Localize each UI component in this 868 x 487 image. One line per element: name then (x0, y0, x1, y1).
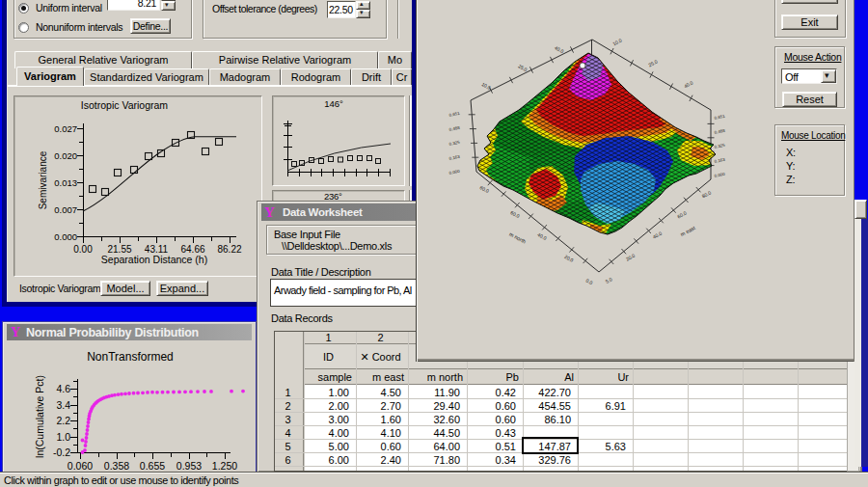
svg-text:0.488: 0.488 (714, 128, 726, 135)
svg-text:Isotropic Variogram: Isotropic Variogram (81, 99, 169, 111)
svg-text:NonTransformed: NonTransformed (87, 350, 174, 364)
svg-text:Separation Distance (h): Separation Distance (h) (101, 254, 207, 265)
svg-text:60.0: 60.0 (676, 210, 688, 220)
svg-text:0.00: 0.00 (73, 244, 93, 255)
svg-text:146°: 146° (324, 98, 343, 109)
svg-text:-0.2: -0.2 (53, 446, 70, 458)
svg-text:0.013: 0.013 (54, 177, 77, 188)
svg-text:0.0: 0.0 (585, 278, 594, 286)
svg-text:ln(Cumulative Pct): ln(Cumulative Pct) (34, 375, 45, 458)
svg-text:1.0: 1.0 (56, 431, 70, 443)
svg-text:0.000: 0.000 (54, 231, 77, 242)
svg-text:80.0: 80.0 (479, 184, 491, 194)
svg-text:Semivariance: Semivariance (38, 150, 48, 209)
svg-text:80.0: 80.0 (701, 189, 713, 199)
svg-text:40.0: 40.0 (554, 44, 565, 54)
svg-text:m east: m east (679, 225, 696, 237)
svg-text:0.655: 0.655 (140, 460, 165, 472)
svg-text:25.0: 25.0 (517, 63, 529, 72)
svg-text:0.953: 0.953 (176, 460, 202, 472)
svg-text:0.488: 0.488 (448, 125, 461, 132)
svg-text:0.020: 0.020 (54, 150, 77, 161)
svg-text:40.0: 40.0 (536, 231, 548, 241)
svg-text:0.007: 0.007 (54, 204, 77, 215)
svg-text:40.0: 40.0 (683, 79, 694, 89)
svg-text:60.0: 60.0 (509, 209, 521, 219)
svg-text:1.250: 1.250 (212, 460, 237, 472)
svg-text:25.0: 25.0 (647, 58, 659, 68)
svg-text:0.163: 0.163 (714, 157, 726, 164)
svg-text:0.060: 0.060 (68, 460, 93, 472)
svg-text:2.2: 2.2 (56, 415, 70, 426)
svg-text:5.0: 5.0 (605, 276, 613, 284)
svg-text:0.027: 0.027 (54, 123, 77, 134)
svg-text:m north: m north (508, 231, 527, 245)
svg-text:0.651: 0.651 (448, 111, 461, 118)
svg-text:0.000: 0.000 (714, 172, 726, 178)
svg-text:20.0: 20.0 (563, 254, 575, 263)
svg-text:10.0: 10.0 (611, 38, 623, 47)
svg-text:40.0: 40.0 (652, 230, 664, 240)
svg-text:86.22: 86.22 (217, 244, 241, 255)
svg-text:0.651: 0.651 (714, 114, 726, 121)
svg-text:0.358: 0.358 (104, 460, 129, 472)
svg-text:0.000: 0.000 (448, 169, 461, 176)
svg-text:3.4: 3.4 (56, 399, 70, 411)
svg-text:0.325: 0.325 (714, 143, 726, 149)
svg-text:0.163: 0.163 (448, 154, 461, 161)
svg-text:20.0: 20.0 (625, 253, 637, 262)
svg-text:4.6: 4.6 (56, 383, 70, 394)
svg-text:0.325: 0.325 (448, 140, 461, 147)
